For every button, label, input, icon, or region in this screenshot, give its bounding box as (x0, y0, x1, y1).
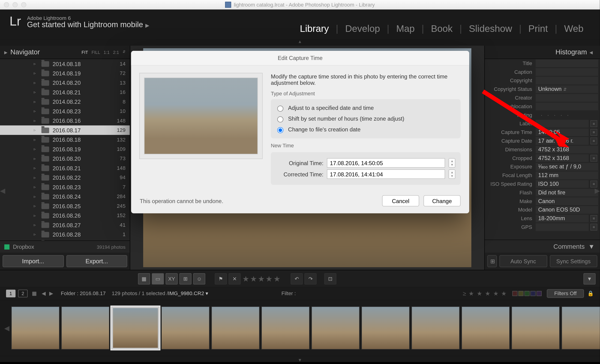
metadata-action-icon[interactable]: ≡ (591, 129, 597, 136)
module-develop[interactable]: Develop (338, 23, 387, 35)
filmstrip-thumb[interactable] (562, 306, 600, 349)
comments-header[interactable]: Comments ▼ (485, 240, 600, 253)
grid-icon[interactable]: ▦ (32, 291, 37, 297)
collapse-top[interactable]: ▴ (0, 40, 600, 46)
current-file[interactable]: IMG_9980.CR2 ▾ (168, 291, 208, 297)
folder-row[interactable]: ▹2014.08.1972 (0, 69, 130, 78)
metadata-action-icon[interactable]: ≡ (591, 155, 597, 162)
metadata-value[interactable] (535, 223, 589, 231)
import-button[interactable]: Import... (3, 255, 64, 267)
radio-file-date[interactable]: Change to file's creation date (275, 124, 456, 135)
folder-row[interactable]: ▹Израиль521 (0, 239, 130, 241)
grid-view-icon[interactable]: ▦ (138, 273, 150, 284)
compare-view-icon[interactable]: XY (166, 273, 178, 284)
radio-shift-hours[interactable]: Shift by set number of hours (time zone … (275, 113, 456, 124)
metadata-action-icon[interactable]: ≡ (591, 137, 597, 144)
metadata-value[interactable]: · · · · · (535, 111, 598, 119)
folder-row[interactable]: ▹2016.08.281 (0, 230, 130, 239)
filmstrip-thumb[interactable] (161, 306, 209, 349)
folder-row[interactable]: ▹2014.08.1814 (0, 59, 130, 68)
next-icon[interactable]: ▶ (49, 291, 53, 297)
folder-row[interactable]: ▹2016.08.19109 (0, 144, 130, 154)
face-tag-icon[interactable]: ⊡ (324, 273, 337, 284)
rotate-cw-icon[interactable]: ↷ (304, 273, 317, 284)
filmstrip-thumb[interactable] (311, 306, 359, 349)
metadata-value[interactable]: 112 mm (535, 172, 598, 179)
filmstrip-thumb[interactable] (461, 306, 510, 349)
folder-row[interactable]: ▹2016.08.17129 (0, 125, 130, 135)
nav-2-1[interactable]: 2:1 (113, 50, 119, 55)
folder-row[interactable]: ▹2014.08.2013 (0, 78, 130, 87)
metadata-value[interactable]: 4752 x 3168 (535, 154, 589, 162)
module-book[interactable]: Book (424, 23, 459, 35)
folder-row[interactable]: ▹2016.08.16148 (0, 116, 130, 125)
folder-row[interactable]: ▹2016.08.25245 (0, 201, 130, 210)
metadata-value[interactable]: ISO 100 (535, 180, 589, 188)
filters-off-button[interactable]: Filters Off (547, 289, 584, 298)
screen-1[interactable]: 1 (6, 290, 16, 297)
auto-sync-button[interactable]: Auto Sync (499, 255, 547, 267)
filter-colors[interactable] (512, 291, 542, 296)
folder-row[interactable]: ▹2014.08.2116 (0, 88, 130, 97)
rotate-ccw-icon[interactable]: ↶ (291, 273, 303, 284)
folder-row[interactable]: ▹2016.08.21148 (0, 163, 130, 173)
traffic-lights[interactable] (4, 2, 27, 7)
folder-row[interactable]: ▹2016.08.2741 (0, 220, 130, 229)
navigator-header[interactable]: ▶ Navigator FIT FILL 1:1 2:1 ⇵ (0, 46, 130, 59)
metadata-action-icon[interactable]: ≡ (591, 215, 597, 222)
filmstrip-thumb[interactable] (211, 306, 260, 349)
module-map[interactable]: Map (389, 23, 422, 35)
corrected-time-input[interactable] (327, 169, 445, 179)
filmstrip-thumb[interactable] (11, 306, 59, 349)
collapse-right[interactable]: ▶ (595, 182, 600, 199)
sync-switch-icon[interactable]: ⊞ (487, 255, 497, 267)
loupe-view-icon[interactable]: ▭ (152, 273, 164, 284)
metadata-value[interactable] (535, 77, 598, 85)
nav-1-1[interactable]: 1:1 (103, 50, 110, 55)
publish-service[interactable]: Dropbox 39194 photos (0, 241, 130, 253)
prev-icon[interactable]: ◀ (42, 291, 46, 297)
filmstrip-thumb[interactable] (61, 306, 109, 349)
metadata-value[interactable]: 14:50:05 (535, 128, 589, 136)
collapse-left[interactable]: ◀ (0, 182, 5, 199)
nav-fill[interactable]: FILL (91, 50, 100, 55)
metadata-value[interactable] (535, 68, 598, 76)
filter-lock-icon[interactable]: 🔒 (587, 291, 594, 297)
folder-row[interactable]: ▹2016.08.2073 (0, 154, 130, 163)
metadata-value[interactable]: Canon EOS 50D (535, 206, 598, 214)
scroll-left-icon[interactable]: ◀ (4, 324, 9, 332)
collapse-bottom[interactable]: ▾ (0, 356, 600, 362)
metadata-action-icon[interactable]: ≡ (591, 224, 597, 230)
flag-reject-icon[interactable]: ✕ (228, 273, 241, 284)
metadata-value[interactable]: Did not fire (535, 189, 598, 197)
change-button[interactable]: Change (423, 195, 460, 207)
filter-stars[interactable]: ≥ ★ ★ ★ ★ ★ (463, 290, 507, 297)
nav-fit[interactable]: FIT (82, 50, 88, 55)
folder-row[interactable]: ▹2016.08.18132 (0, 135, 130, 144)
module-web[interactable]: Web (557, 23, 591, 35)
folder-row[interactable]: ▹2014.08.228 (0, 97, 130, 106)
filmstrip-thumb[interactable] (511, 306, 560, 349)
module-print[interactable]: Print (522, 23, 555, 35)
folder-row[interactable]: ▹2016.08.24284 (0, 192, 130, 201)
metadata-value[interactable]: 18-200mm (535, 215, 589, 222)
metadata-value[interactable] (535, 103, 598, 110)
module-slideshow[interactable]: Slideshow (462, 23, 519, 35)
cancel-button[interactable]: Cancel (382, 195, 419, 207)
filmstrip-thumb-selected[interactable] (111, 306, 159, 349)
toolbar-more-icon[interactable]: ▼ (584, 273, 596, 284)
stepper-icon[interactable]: ▴▾ (449, 169, 455, 179)
get-started-link[interactable]: Get started with Lightroom mobile ▶ (27, 20, 149, 29)
metadata-value[interactable]: ¹⁄₈₀₀ sec at ƒ / 9,0 (535, 163, 598, 171)
rating-stars[interactable]: ★★★★★ (242, 274, 281, 283)
metadata-value[interactable] (535, 94, 598, 102)
metadata-value[interactable]: 4752 x 3168 (535, 146, 598, 154)
screen-2[interactable]: 2 (18, 290, 28, 297)
metadata-action-icon[interactable]: ≡ (591, 120, 597, 127)
survey-view-icon[interactable]: ⊞ (179, 273, 191, 284)
filmstrip[interactable]: ◀ ▶ (0, 300, 600, 356)
metadata-value[interactable] (535, 60, 598, 67)
metadata-value[interactable]: Unknown ⇵ (535, 85, 598, 93)
histogram-header[interactable]: Histogram ◀ (485, 46, 600, 59)
flag-pick-icon[interactable]: ⚑ (215, 273, 227, 284)
